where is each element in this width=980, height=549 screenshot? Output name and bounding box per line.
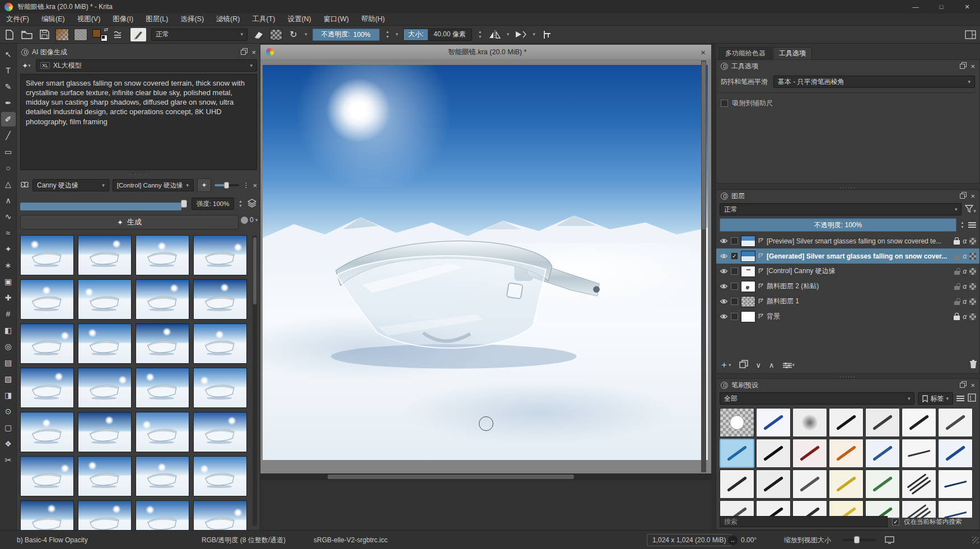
bezier-curve-tool[interactable]: ∿ <box>1 209 16 224</box>
generated-thumbnail[interactable] <box>78 456 132 496</box>
layer-select-checkbox[interactable]: ✓ <box>731 237 738 245</box>
control-layer-dropdown[interactable]: [Control] Canny 硬边缘▾ <box>113 179 194 191</box>
ellipse-tool[interactable]: ○ <box>1 161 16 175</box>
canvas-vertical-scrollbar[interactable] <box>701 60 706 472</box>
generated-thumbnail[interactable] <box>136 323 189 364</box>
kebab-menu-icon[interactable]: ⋮ <box>242 181 249 189</box>
docker-lock-icon[interactable] <box>21 49 29 56</box>
docker-lock-icon[interactable] <box>721 382 728 389</box>
generated-thumbnail[interactable] <box>20 368 74 408</box>
freehand-path-tool[interactable]: ≈ <box>1 226 16 240</box>
tab-advanced-color-selector[interactable]: 多功能拾色器 <box>719 47 772 59</box>
opacity-caret-icon[interactable]: ▾ <box>395 32 398 37</box>
layer-visibility-icon[interactable] <box>720 268 728 275</box>
brush-preset-tile[interactable] <box>720 408 754 437</box>
docker-lock-icon[interactable] <box>721 63 728 70</box>
menu-item[interactable]: 工具(T) <box>246 13 281 25</box>
new-document-button[interactable] <box>3 28 16 41</box>
alpha-icon[interactable]: α <box>963 298 967 306</box>
generated-thumbnail[interactable] <box>193 323 247 364</box>
lock-open-icon[interactable] <box>954 271 960 275</box>
float-docker-icon[interactable] <box>960 64 965 69</box>
style-preset-button[interactable]: ✦▾ <box>20 59 32 72</box>
alpha-lock-checker-icon[interactable] <box>969 253 976 260</box>
queue-indicator[interactable]: 0▾ <box>241 216 260 224</box>
smart-patch-tool[interactable]: ▧ <box>1 372 16 386</box>
generated-thumbnail[interactable] <box>193 368 247 408</box>
fill-tool[interactable]: ◨ <box>1 388 16 402</box>
lock-open-icon[interactable] <box>954 256 960 260</box>
select-shapes-tool[interactable]: ↖ <box>1 47 16 62</box>
search-scope-checkbox[interactable]: ✓ <box>892 518 899 525</box>
stabilizer-dropdown[interactable]: 基本 - 只平滑笔画棱角▾ <box>773 76 975 88</box>
layer-select-checkbox[interactable]: ✓ <box>731 252 738 260</box>
brush-preset-tile[interactable] <box>902 470 936 499</box>
brush-preset-tile[interactable] <box>756 408 791 437</box>
move-layer-down-button[interactable]: ∨ <box>756 361 762 369</box>
layer-row[interactable]: ✓ 颜料图层 1 α <box>716 294 979 309</box>
brush-preset-tile[interactable] <box>792 408 827 437</box>
layer-select-checkbox[interactable]: ✓ <box>731 268 738 275</box>
generated-thumbnail[interactable] <box>193 235 247 275</box>
strength-slider[interactable] <box>20 200 188 208</box>
layer-row[interactable]: ✓ [Control] Canny 硬边缘 α <box>716 264 979 279</box>
edit-brush-settings-button[interactable] <box>130 28 146 41</box>
generated-thumbnail[interactable] <box>136 368 189 408</box>
lock-closed-icon[interactable] <box>954 240 960 245</box>
alpha-icon[interactable]: α <box>963 237 967 245</box>
brush-preset-tile[interactable] <box>938 439 973 468</box>
close-docker-icon[interactable]: × <box>251 49 256 56</box>
crop-tool[interactable]: # <box>1 307 16 321</box>
prompt-input[interactable]: Silver smart glasses falling on snow cov… <box>20 74 257 170</box>
gradient-tool[interactable]: ◧ <box>1 323 16 337</box>
open-document-button[interactable] <box>21 28 33 41</box>
brush-preset-tile[interactable] <box>792 500 827 518</box>
alpha-lock-checker-icon[interactable] <box>969 283 976 290</box>
lock-open-icon[interactable] <box>954 301 960 305</box>
brush-preset-tile[interactable] <box>829 470 864 499</box>
bezier-select-tool[interactable]: ✂ <box>1 453 16 467</box>
gradient-swatch[interactable] <box>55 29 69 41</box>
menu-item[interactable]: 图像(I) <box>106 13 139 25</box>
generated-thumbnail[interactable] <box>78 368 132 408</box>
layer-blending-dropdown[interactable]: 正常▾ <box>720 203 962 215</box>
save-button[interactable] <box>38 28 50 41</box>
maximize-button[interactable]: □ <box>928 0 954 13</box>
lock-open-icon[interactable] <box>954 286 960 290</box>
layer-row[interactable]: ✓ 背景 α <box>716 309 979 324</box>
generated-thumbnail[interactable] <box>193 279 247 320</box>
generated-thumbnail[interactable] <box>20 500 74 530</box>
brush-preset-tile[interactable] <box>756 470 791 499</box>
brush-preset-tile[interactable] <box>865 439 900 468</box>
brush-composer-icon[interactable] <box>113 28 125 41</box>
freehand-brush-tool[interactable]: ✐ <box>1 112 16 126</box>
line-tool[interactable]: ╱ <box>1 128 16 143</box>
workspace-chooser-button[interactable] <box>964 28 977 41</box>
layer-select-checkbox[interactable]: ✓ <box>731 313 738 320</box>
control-mini-slider[interactable] <box>214 184 239 186</box>
strength-spinner[interactable]: ▲▼ <box>237 199 244 208</box>
similar-select-tool[interactable]: ❖ <box>1 437 16 451</box>
generated-thumbnail[interactable] <box>20 456 74 496</box>
layer-opacity-slider[interactable]: 不透明度: 100% <box>720 218 956 232</box>
brush-preset-tile[interactable] <box>720 439 754 468</box>
size-slider[interactable]: 大小: 40.00 像素 <box>403 29 472 41</box>
rotation-icon[interactable]: ↔ <box>728 536 738 545</box>
preserve-alpha-button[interactable] <box>270 29 282 40</box>
zoom-slider[interactable] <box>843 531 876 549</box>
brush-preset-tile[interactable] <box>720 500 754 518</box>
model-dropdown[interactable]: XL XL大模型▾ <box>36 59 257 72</box>
alpha-lock-checker-icon[interactable] <box>969 238 976 245</box>
generate-button[interactable]: ✦生成 <box>20 215 239 229</box>
pattern-edit-tool[interactable]: ▤ <box>1 355 16 370</box>
wrap-around-mode-button[interactable] <box>540 28 553 41</box>
layer-opacity-spinner[interactable]: ▲▼ <box>959 220 965 229</box>
remove-control-icon[interactable]: × <box>253 182 257 189</box>
generated-thumbnail[interactable] <box>78 279 132 320</box>
float-docker-icon[interactable] <box>241 50 246 55</box>
brush-preset-tile[interactable] <box>902 439 936 468</box>
calligraphy-tool[interactable]: ✒ <box>1 96 16 110</box>
snap-to-assistants-checkbox[interactable] <box>721 100 728 107</box>
mirror-horizontal-button[interactable] <box>488 28 502 41</box>
tag-button[interactable]: 标签▾ <box>918 392 953 405</box>
